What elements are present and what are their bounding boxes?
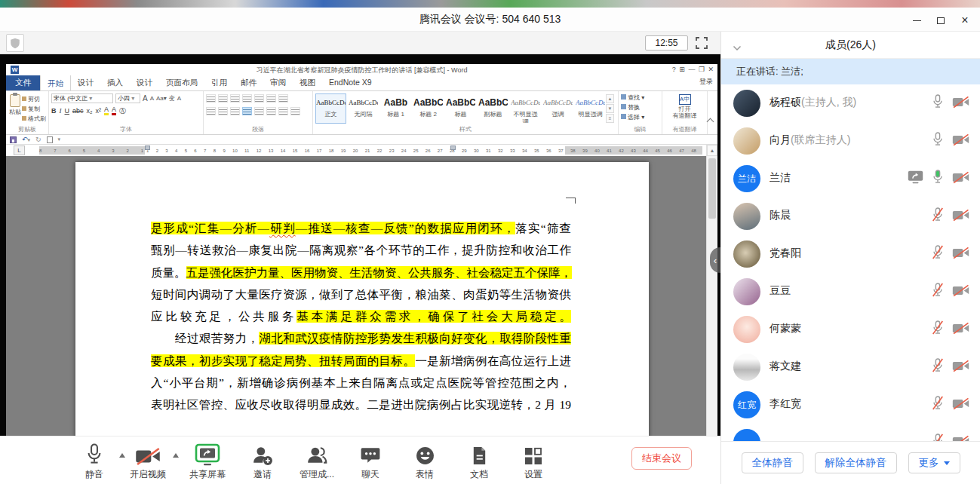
phonetic-guide-button[interactable]: 变 [169,94,175,103]
styles-more-icon[interactable]: ≡ [606,114,614,123]
word-signin-link[interactable]: 登录 [699,77,713,87]
camera-off-icon[interactable] [952,247,969,262]
word-tab-2-设计[interactable]: 设计 [71,75,100,90]
member-row-陈晨[interactable]: 陈晨 [721,198,980,235]
word-tab-1-开始[interactable]: 开始 [40,75,71,90]
meeting-titlebar[interactable]: 腾讯会议 会议号: 504 640 513 × [0,8,980,32]
toolbar-share-button[interactable]: 共享屏幕 [177,442,238,482]
member-row-向月[interactable]: 向月(联席主持人) [721,122,980,160]
mic-icon[interactable] [932,94,944,112]
replace-button[interactable]: 替换 [621,103,659,112]
enclose-char-button[interactable]: Ⓐ [119,106,126,116]
maximize-button[interactable] [935,14,947,26]
distribute-icon[interactable] [254,107,264,115]
toolbar-manage-button[interactable]: 管理成... [287,442,347,482]
member-row-partial[interactable] [721,424,980,441]
ribbon-collapse-icon[interactable] [707,118,714,124]
toolbar-settings-button[interactable]: 设置 [503,442,564,482]
styles-scroll-up-icon[interactable]: ▲ [606,94,614,103]
mic-icon[interactable] [932,132,944,150]
grow-font-button[interactable]: A [143,94,148,103]
style-正文[interactable]: AaBbCcDd正文 [315,93,346,124]
member-row-李红宽[interactable]: 红宽李红宽 [721,386,980,424]
underline-button[interactable]: U [65,107,70,115]
numbering-icon[interactable] [218,94,228,103]
style-标题 2[interactable]: AaBbC标题 2 [413,93,444,124]
bullets-icon[interactable] [206,94,216,103]
style-副标题[interactable]: AaBbC副标题 [478,93,508,124]
save-icon[interactable] [10,136,17,143]
member-list[interactable]: 杨程硕(主持人, 我) 向月(联席主持人) 兰洁兰洁 陈晨 党春阳 豆 [721,84,980,441]
word-vertical-scrollbar[interactable]: ▲ [706,145,717,436]
styles-gallery-scroll[interactable]: ▲ ▼ ≡ [606,93,614,125]
camera-off-icon[interactable] [952,133,969,149]
toolbar-docs-button[interactable]: 文档 [449,442,509,482]
font-color-button[interactable]: A [112,106,116,115]
align-right-icon[interactable] [230,107,240,115]
indent-decrease-icon[interactable] [242,94,252,103]
member-row-杨程硕[interactable]: 杨程硕(主持人, 我) [721,84,980,122]
paste-button[interactable]: 粘贴 [8,93,22,125]
mic-muted-icon[interactable] [932,396,944,414]
align-center-icon[interactable] [218,107,228,115]
subscript-button[interactable]: x₂ [87,107,93,115]
word-tab-7-邮件[interactable]: 邮件 [234,75,263,90]
tab-selector[interactable]: L [14,146,25,155]
camera-off-icon[interactable] [952,96,969,112]
word-tab-9-视图[interactable]: 视图 [293,75,322,90]
toolbar-chat-button[interactable]: 聊天 [340,442,401,482]
member-row-何蒙蒙[interactable]: 何蒙蒙 [721,311,980,348]
word-document-area[interactable]: 是形成“汇集—分析—研判—推送—核查—反馈”的数据应用闭环，落实“筛查甄别—转送… [6,156,706,436]
paragraph-marks-icon[interactable] [278,94,288,103]
document-page[interactable]: 是形成“汇集—分析—研判—推送—核查—反馈”的数据应用闭环，落实“筛查甄别—转送… [75,162,649,436]
superscript-button[interactable]: x² [96,107,102,115]
camera-off-icon[interactable] [952,322,969,338]
undo-icon[interactable]: ↶▾ [22,136,30,143]
mic-muted-icon[interactable] [932,320,944,338]
style-标题 1[interactable]: AaBb标题 1 [380,93,411,124]
camera-off-icon[interactable] [952,435,969,442]
mic-muted-icon[interactable] [932,207,944,225]
word-tab-0-文件[interactable]: 文件 [6,75,40,90]
camera-off-icon[interactable] [952,209,969,225]
close-button[interactable]: × [959,14,971,26]
mic-muted-icon[interactable] [932,433,944,441]
toolbar-emoji-button[interactable]: 表情 [395,442,455,482]
redo-icon[interactable]: ↻ [35,136,41,143]
cut-button[interactable]: 剪切 [22,95,46,103]
mute-all-button[interactable]: 全体静音 [742,452,803,473]
unmute-all-button[interactable]: 解除全体静音 [815,452,897,473]
word-tab-4-设计[interactable]: 设计 [130,75,159,90]
format-painter-button[interactable]: 格式刷 [22,115,46,123]
sort-icon[interactable] [266,94,276,103]
copy-button[interactable]: 复制 [22,105,46,113]
word-tab-8-审阅[interactable]: 审阅 [263,75,293,90]
shrink-font-button[interactable]: A [150,95,154,102]
indent-increase-icon[interactable] [254,94,264,103]
strikethrough-button[interactable]: abc [72,107,84,115]
scroll-up-icon[interactable]: ▲ [707,145,717,156]
youdao-open-button[interactable]: 打开 有道翻译 [665,106,705,119]
mic-muted-icon[interactable] [932,245,944,263]
member-row-蒋文建[interactable]: 蒋文建 [721,348,980,386]
camera-off-icon[interactable] [952,171,969,187]
text-highlight-button[interactable]: A [104,106,109,115]
qat-customize-icon[interactable]: ▾ [58,136,61,142]
find-button[interactable]: 查找 ▾ [621,93,659,103]
end-meeting-button[interactable]: 结束会议 [631,447,692,470]
char-border-button[interactable]: A [177,95,181,102]
indent-marker-left[interactable] [145,146,150,150]
style-明显强调[interactable]: AaBbCcDd明显强调 [575,93,606,124]
fullscreen-button[interactable] [695,36,708,50]
toolbar-mute-button[interactable]: 静音 [64,442,124,482]
line-spacing-icon[interactable] [266,107,276,115]
justify-icon[interactable] [242,107,252,115]
toolbar-video-button[interactable]: 开启视频 [118,442,178,482]
borders-icon[interactable] [290,107,300,115]
member-row-豆豆[interactable]: 豆豆 [721,273,980,311]
mic-speaking-icon[interactable] [932,170,944,188]
bold-button[interactable]: B [51,107,57,115]
word-tab-5-页面布局[interactable]: 页面布局 [159,75,204,90]
word-tab-endnote[interactable]: EndNote X9 [322,75,379,90]
style-强调[interactable]: AaBbCcDd强调 [542,93,573,124]
